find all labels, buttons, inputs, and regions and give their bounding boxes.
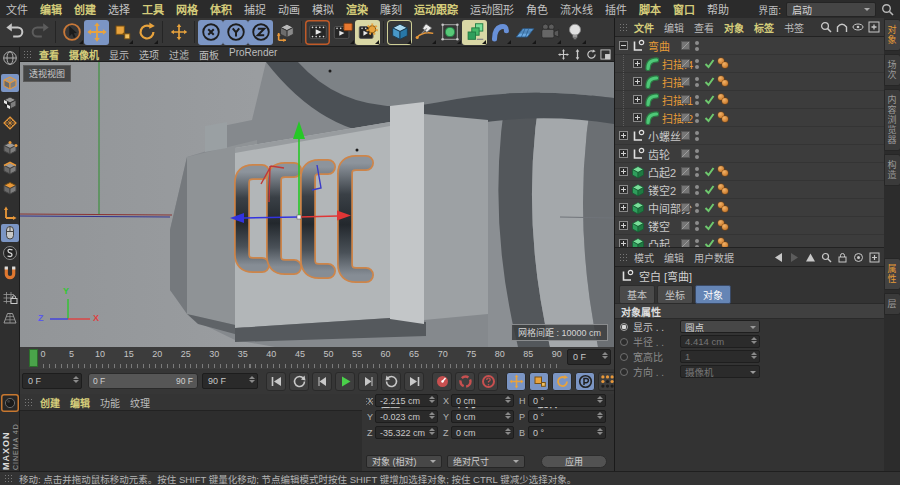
enabled-check-icon[interactable]: [704, 94, 715, 105]
expander-icon[interactable]: [619, 239, 628, 248]
om-home-icon[interactable]: [836, 21, 848, 33]
edges-mode-button[interactable]: [1, 159, 19, 177]
view-label[interactable]: 透视视图: [23, 65, 71, 82]
layer-swatch[interactable]: [681, 239, 690, 248]
expander-icon[interactable]: [619, 167, 628, 176]
visibility-dots[interactable]: [695, 95, 699, 105]
object-tags[interactable]: [718, 220, 731, 232]
rotation-field[interactable]: 0 °: [528, 394, 606, 407]
object-menu-item[interactable]: 对象: [719, 20, 749, 35]
visibility-dots[interactable]: [695, 149, 699, 159]
panel-handle[interactable]: [619, 23, 628, 32]
material-menu-item[interactable]: 功能: [95, 395, 125, 410]
search-icon[interactable]: [881, 3, 894, 16]
visibility-dots[interactable]: [695, 59, 699, 69]
menu-item[interactable]: 编辑: [34, 1, 68, 17]
layer-swatch[interactable]: [681, 113, 690, 122]
expander-icon[interactable]: [619, 185, 628, 194]
coordinate-system-toggle[interactable]: [273, 20, 298, 45]
key-rotation-toggle[interactable]: [552, 372, 572, 391]
vp-pan-icon[interactable]: [558, 49, 569, 60]
panel-tab[interactable]: 场次: [884, 54, 900, 86]
object-tree-row[interactable]: 扫描: [615, 73, 884, 91]
viewport-menu-item[interactable]: 查看: [34, 47, 64, 62]
rotate-tool[interactable]: [134, 20, 159, 45]
object-tags[interactable]: [718, 202, 731, 214]
expander-icon[interactable]: [619, 149, 628, 158]
menu-item[interactable]: 动画: [272, 1, 306, 17]
object-tags[interactable]: [718, 58, 731, 70]
layer-swatch[interactable]: [681, 203, 690, 212]
position-field[interactable]: -2.215 cm: [375, 394, 438, 407]
menu-item[interactable]: 窗口: [667, 1, 701, 17]
object-tree-row[interactable]: 弯曲: [615, 37, 884, 55]
viewport-menu-item[interactable]: 选项: [134, 47, 164, 62]
menu-item[interactable]: 选择: [102, 1, 136, 17]
object-name[interactable]: 镂空: [648, 218, 670, 234]
viewport-canvas[interactable]: 透视视图 网格间距 : 10000 cm Y X Z: [20, 62, 614, 347]
object-tree-row[interactable]: 凸起: [615, 235, 884, 248]
menu-item[interactable]: 渲染: [340, 1, 374, 17]
snap-toggle-button[interactable]: [1, 244, 19, 262]
panel-tab[interactable]: 对象: [884, 19, 900, 51]
keyframe-radio[interactable]: [620, 353, 628, 361]
menu-item[interactable]: 雕刻: [374, 1, 408, 17]
material-menu-item[interactable]: 纹理: [125, 395, 155, 410]
layer-swatch[interactable]: [681, 221, 690, 230]
start-frame-field[interactable]: 0 F: [22, 373, 82, 389]
object-tags[interactable]: [718, 94, 731, 106]
attribute-menu-item[interactable]: 用户数据: [689, 250, 739, 265]
visibility-dots[interactable]: [695, 203, 699, 213]
om-eye-icon[interactable]: [852, 21, 864, 33]
viewport-solo-button[interactable]: [1, 224, 19, 242]
om-add-icon[interactable]: [868, 21, 880, 33]
position-field[interactable]: -35.322 cm: [375, 426, 438, 439]
move-tool[interactable]: [84, 20, 109, 45]
make-editable-button[interactable]: [1, 49, 19, 67]
am-lock-icon[interactable]: [837, 252, 848, 263]
model-mode-button[interactable]: [1, 74, 19, 92]
menu-item[interactable]: 体积: [204, 1, 238, 17]
viewport-menu-item[interactable]: 摄像机: [64, 47, 104, 62]
menu-item[interactable]: 流水线: [554, 1, 599, 17]
object-tree-row[interactable]: 扫描.2: [615, 109, 884, 127]
size-field[interactable]: 0 cm: [451, 426, 514, 439]
enabled-check-icon[interactable]: [704, 112, 715, 123]
object-menu-item[interactable]: 编辑: [659, 20, 689, 35]
texture-mode-button[interactable]: [1, 94, 19, 112]
panel-handle[interactable]: [23, 50, 32, 59]
size-field[interactable]: 0 cm: [451, 410, 514, 423]
goto-start-button[interactable]: [266, 372, 286, 391]
menu-item[interactable]: 文件: [0, 1, 34, 17]
polygons-mode-button[interactable]: [1, 179, 19, 197]
vp-maximize-icon[interactable]: [600, 49, 611, 60]
am-search-icon[interactable]: [821, 252, 832, 263]
enabled-check-icon[interactable]: [704, 220, 715, 231]
next-frame-button[interactable]: [358, 372, 378, 391]
enabled-check-icon[interactable]: [704, 76, 715, 87]
spline-pen-menu[interactable]: [412, 20, 437, 45]
attribute-control[interactable]: 摄像机: [680, 365, 760, 378]
stepper-arrows[interactable]: [751, 337, 757, 344]
undo-button[interactable]: [2, 20, 27, 45]
render-picture-viewer-button[interactable]: [330, 20, 355, 45]
render-view-button[interactable]: [305, 20, 330, 45]
camera-menu[interactable]: [537, 20, 562, 45]
key-parameter-toggle[interactable]: [575, 372, 595, 391]
object-name[interactable]: 齿轮: [648, 146, 670, 162]
material-menu-item[interactable]: 创建: [35, 395, 65, 410]
object-menu-item[interactable]: 书签: [779, 20, 809, 35]
menu-item[interactable]: 帮助: [701, 1, 735, 17]
object-name[interactable]: 凸起: [648, 236, 670, 249]
expander-icon[interactable]: [619, 131, 628, 140]
visibility-dots[interactable]: [695, 131, 699, 141]
layer-swatch[interactable]: [681, 167, 690, 176]
expander-icon[interactable]: [633, 95, 642, 104]
attribute-menu-item[interactable]: 编辑: [659, 250, 689, 265]
redo-button[interactable]: [27, 20, 52, 45]
panel-tab[interactable]: 层: [884, 293, 900, 315]
keyframe-radio[interactable]: [620, 338, 628, 346]
layer-swatch[interactable]: [681, 77, 690, 86]
axis-x-toggle[interactable]: [198, 20, 223, 45]
object-tags[interactable]: [718, 166, 731, 178]
